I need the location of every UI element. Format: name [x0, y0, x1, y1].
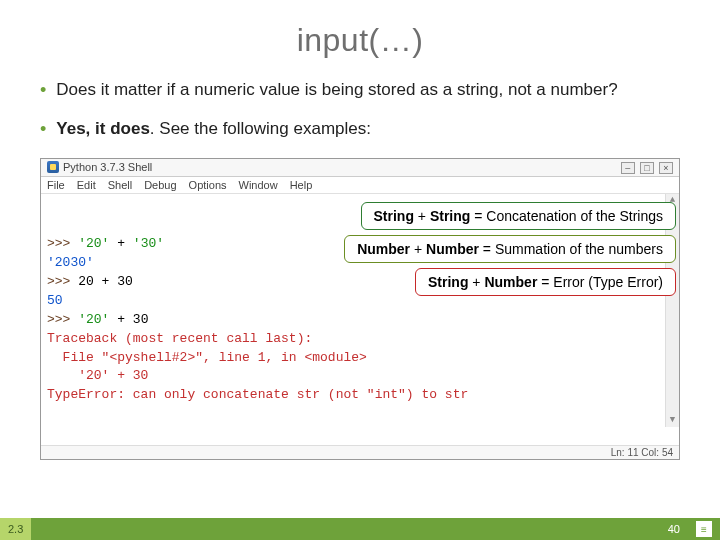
window-controls: – □ ×: [619, 161, 673, 174]
callout-string-concat: String + String = Concatenation of the S…: [361, 202, 677, 230]
menu-help[interactable]: Help: [290, 179, 313, 191]
menu-options[interactable]: Options: [189, 179, 227, 191]
menu-window[interactable]: Window: [239, 179, 278, 191]
shell-menubar: File Edit Shell Debug Options Window Hel…: [41, 177, 679, 194]
shell-line: '20' + 30: [47, 367, 673, 386]
slide-title: input(…): [0, 0, 720, 69]
python-icon: [47, 161, 59, 173]
slide: input(…) • Does it matter if a numeric v…: [0, 0, 720, 540]
close-icon[interactable]: ×: [659, 162, 673, 174]
bullet-item: • Yes, it does. See the following exampl…: [40, 118, 680, 141]
maximize-icon[interactable]: □: [640, 162, 654, 174]
menu-debug[interactable]: Debug: [144, 179, 176, 191]
bullet-item: • Does it matter if a numeric value is b…: [40, 79, 680, 102]
bullet-dot-icon: •: [40, 118, 46, 141]
menu-edit[interactable]: Edit: [77, 179, 96, 191]
callout-number-sum: Number + Number = Summation of the numbe…: [344, 235, 676, 263]
shell-line: File "<pyshell#2>", line 1, in <module>: [47, 349, 673, 368]
menu-shell[interactable]: Shell: [108, 179, 132, 191]
bullet-text: Does it matter if a numeric value is bei…: [56, 79, 680, 102]
bullet-list: • Does it matter if a numeric value is b…: [0, 69, 720, 142]
slide-footer: 2.3 40 ≡: [0, 518, 720, 540]
shell-line: >>> '20' + 30: [47, 311, 673, 330]
callout-type-error: String + Number = Error (Type Error): [415, 268, 676, 296]
shell-status: Ln: 11 Col: 54: [41, 445, 679, 459]
bullet-dot-icon: •: [40, 79, 46, 102]
shell-window-title: Python 3.7.3 Shell: [63, 161, 152, 173]
footer-page-number: 40: [668, 523, 696, 535]
shell-body[interactable]: >>> '20' + '30''2030'>>> 20 + 3050>>> '2…: [41, 194, 679, 445]
menu-file[interactable]: File: [47, 179, 65, 191]
shell-line: Traceback (most recent call last):: [47, 330, 673, 349]
minimize-icon[interactable]: –: [621, 162, 635, 174]
python-shell-container: Python 3.7.3 Shell – □ × File Edit Shell…: [40, 158, 680, 460]
footer-section: 2.3: [0, 518, 31, 540]
footer-logo-icon: ≡: [696, 521, 712, 537]
shell-line: TypeError: can only concatenate str (not…: [47, 386, 673, 405]
shell-titlebar: Python 3.7.3 Shell – □ ×: [41, 159, 679, 177]
bullet-text: Yes, it does. See the following examples…: [56, 118, 680, 141]
